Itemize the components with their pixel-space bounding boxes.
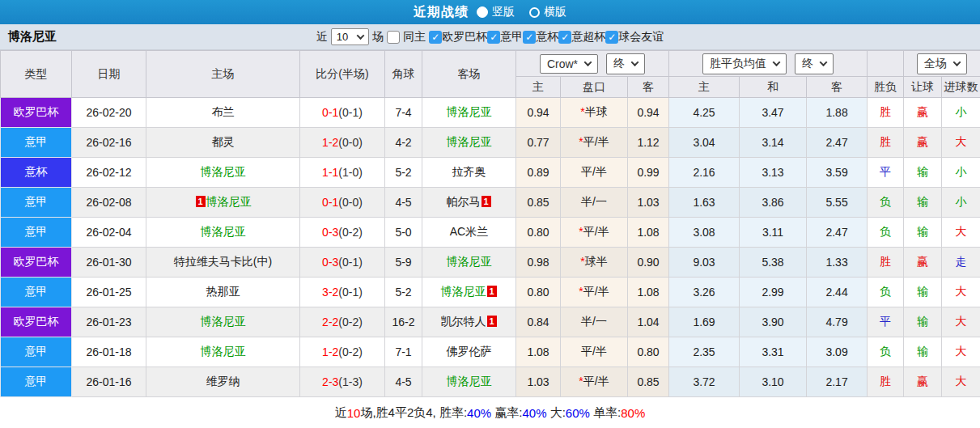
away-team-cell[interactable]: 博洛尼亚 <box>422 128 516 158</box>
scope-value: 全场 <box>924 57 947 71</box>
competition-checkbox-4[interactable]: ✓ <box>605 31 618 44</box>
match-type-cell[interactable]: 欧罗巴杯 <box>1 98 72 128</box>
home-team-cell[interactable]: 博洛尼亚 <box>146 158 300 188</box>
col-header-result: 胜负 <box>868 77 904 98</box>
same-home-checkbox[interactable] <box>387 31 400 44</box>
away-team-cell[interactable]: 博洛尼亚1 <box>422 278 516 307</box>
corners-cell: 5-0 <box>385 218 422 248</box>
team-name[interactable]: 博洛尼亚 <box>201 345 246 358</box>
competition-checkbox-2[interactable]: ✓ <box>523 31 536 44</box>
match-type-cell[interactable]: 欧罗巴杯 <box>1 307 72 337</box>
home-team-cell[interactable]: 热那亚 <box>146 278 300 307</box>
away-team-cell[interactable]: 博洛尼亚 <box>422 367 516 397</box>
match-type-cell[interactable]: 意甲 <box>1 337 72 367</box>
home-team-cell[interactable]: 布兰 <box>146 98 300 128</box>
radio-vertical-layout[interactable]: 竖版 <box>477 5 515 19</box>
competition-filter-2[interactable]: ✓意杯 <box>523 30 558 44</box>
avg-draw-cell: 3.86 <box>740 188 807 218</box>
competition-filters: ✓欧罗巴杯✓意甲✓意杯✓意超杯✓球会友谊 <box>429 30 664 44</box>
match-type-cell[interactable]: 意甲 <box>1 218 72 248</box>
odds-home-cell: 0.94 <box>516 98 561 128</box>
odds-company-select[interactable]: Crow* <box>540 54 598 74</box>
home-team-cell[interactable]: 维罗纳 <box>146 367 300 397</box>
home-team-cell[interactable]: 博洛尼亚 <box>146 337 300 367</box>
away-team-cell[interactable]: 佛罗伦萨 <box>422 337 516 367</box>
home-team-cell[interactable]: 博洛尼亚 <box>146 307 300 337</box>
competition-filter-1[interactable]: ✓意甲 <box>487 30 523 44</box>
match-count-select[interactable]: 10 <box>331 28 369 45</box>
table-row: 意杯26-02-12博洛尼亚1-1(1-0)5-2拉齐奥0.89平/半0.992… <box>1 158 980 188</box>
team-name[interactable]: 凯尔特人 <box>441 315 486 328</box>
away-team-cell[interactable]: AC米兰 <box>422 218 516 248</box>
team-name[interactable]: 维罗纳 <box>206 375 240 388</box>
away-team-cell[interactable]: 凯尔特人1 <box>422 307 516 337</box>
radio-unselected-icon[interactable] <box>529 7 540 18</box>
away-team-cell[interactable]: 拉齐奥 <box>422 158 516 188</box>
competition-filter-0[interactable]: ✓欧罗巴杯 <box>429 30 487 44</box>
avg-selects-cell: 胜平负均值 终 <box>669 51 868 77</box>
score-cell[interactable]: 0-3(0-1) <box>300 248 385 278</box>
team-name[interactable]: 博洛尼亚 <box>441 285 486 298</box>
chevron-down-icon <box>357 32 365 40</box>
score-cell[interactable]: 2-3(1-3) <box>300 367 385 397</box>
away-team-cell[interactable]: 帕尔马1 <box>422 188 516 218</box>
home-team-cell[interactable]: 特拉维夫马卡比(中) <box>146 248 300 278</box>
fulltime-score: 1-1 <box>322 166 338 179</box>
score-cell[interactable]: 2-2(0-2) <box>300 307 385 337</box>
home-team-cell[interactable]: 博洛尼亚 <box>146 218 300 248</box>
team-name[interactable]: 热那亚 <box>206 285 240 298</box>
team-name[interactable]: 博洛尼亚 <box>201 315 246 328</box>
competition-checkbox-0[interactable]: ✓ <box>429 31 442 44</box>
team-name[interactable]: 特拉维夫马卡比(中) <box>174 255 272 268</box>
goals-verdict-cell: 小 <box>942 188 980 218</box>
team-name[interactable]: 博洛尼亚 <box>447 375 492 388</box>
radio-horizontal-layout[interactable]: 横版 <box>529 5 566 19</box>
score-cell[interactable]: 0-1(0-0) <box>300 188 385 218</box>
score-cell[interactable]: 0-3(0-2) <box>300 218 385 248</box>
competition-filter-4[interactable]: ✓球会友谊 <box>605 30 664 44</box>
score-cell[interactable]: 1-1(1-0) <box>300 158 385 188</box>
avg-odds-select[interactable]: 胜平负均值 <box>702 53 787 74</box>
team-name[interactable]: 都灵 <box>212 135 235 148</box>
competition-filter-3[interactable]: ✓意超杯 <box>558 30 605 44</box>
team-name[interactable]: 拉齐奥 <box>452 165 486 178</box>
avg-time-select[interactable]: 终 <box>795 53 834 74</box>
team-name[interactable]: 博洛尼亚 <box>206 195 252 208</box>
team-name[interactable]: 佛罗伦萨 <box>447 345 492 358</box>
odds-time-select[interactable]: 终 <box>606 53 645 74</box>
handicap-cell: 半/一 <box>561 307 628 337</box>
odds-home-cell: 1.03 <box>516 367 561 397</box>
match-type-cell[interactable]: 意甲 <box>1 367 72 397</box>
match-date-cell: 26-02-08 <box>72 188 146 218</box>
handicap-verdict-cell: 赢 <box>904 98 942 128</box>
match-type-cell[interactable]: 意甲 <box>1 128 72 158</box>
red-card-badge: 1 <box>196 196 206 207</box>
radio-selected-icon[interactable] <box>477 6 488 18</box>
team-name[interactable]: 博洛尼亚 <box>201 165 246 178</box>
team-name[interactable]: 博洛尼亚 <box>201 225 246 238</box>
score-cell[interactable]: 0-1(0-1) <box>300 98 385 128</box>
col-header-avg-away: 客 <box>807 77 868 98</box>
home-team-cell[interactable]: 1博洛尼亚 <box>146 188 300 218</box>
match-type-cell[interactable]: 欧罗巴杯 <box>1 248 72 278</box>
score-cell[interactable]: 3-2(0-1) <box>300 278 385 307</box>
handicap-cell: *球半 <box>561 248 628 278</box>
score-cell[interactable]: 1-2(0-0) <box>300 128 385 158</box>
team-name[interactable]: 博洛尼亚 <box>447 135 492 148</box>
home-team-cell[interactable]: 都灵 <box>146 128 300 158</box>
score-cell[interactable]: 1-2(0-2) <box>300 337 385 367</box>
away-team-cell[interactable]: 博洛尼亚 <box>422 248 516 278</box>
match-type-cell[interactable]: 意甲 <box>1 278 72 307</box>
competition-checkbox-1[interactable]: ✓ <box>487 31 500 44</box>
avg-draw-cell: 3.31 <box>740 337 807 367</box>
match-type-cell[interactable]: 意甲 <box>1 188 72 218</box>
team-name[interactable]: AC米兰 <box>450 225 488 238</box>
team-name[interactable]: 博洛尼亚 <box>447 105 492 118</box>
away-team-cell[interactable]: 博洛尼亚 <box>422 98 516 128</box>
team-name[interactable]: 帕尔马 <box>447 195 481 208</box>
match-type-cell[interactable]: 意杯 <box>1 158 72 188</box>
scope-select[interactable]: 全场 <box>917 53 967 74</box>
team-name[interactable]: 布兰 <box>212 105 235 118</box>
competition-checkbox-3[interactable]: ✓ <box>558 31 571 44</box>
team-name[interactable]: 博洛尼亚 <box>447 255 492 268</box>
